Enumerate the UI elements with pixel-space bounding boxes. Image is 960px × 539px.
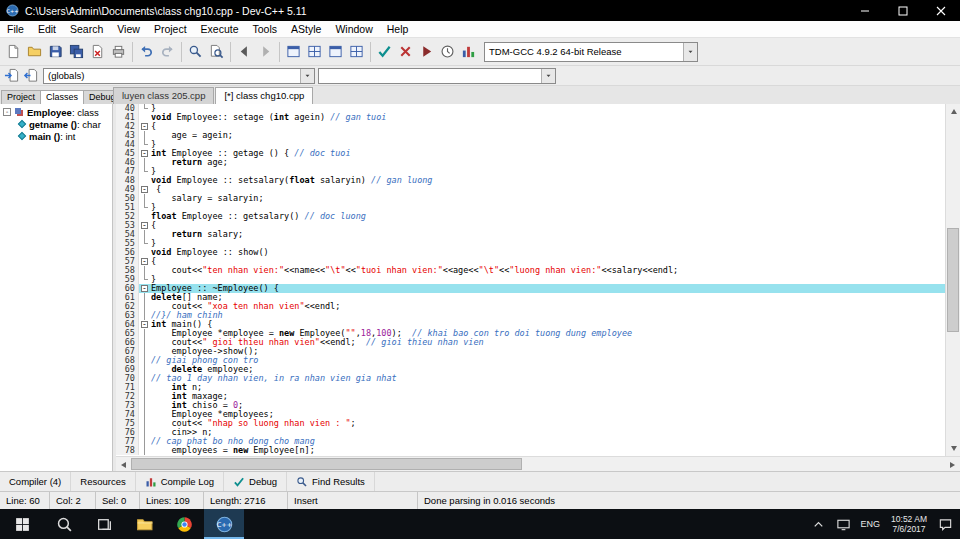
code-line-56[interactable]: 56void Employee :: show(): [116, 248, 945, 257]
compiler-profile-select[interactable]: TDM-GCC 4.9.2 64-bit Release: [484, 42, 698, 62]
code-line-42[interactable]: 42-{: [116, 122, 945, 131]
file-explorer-button[interactable]: [124, 509, 164, 539]
new-file-button[interactable]: [3, 41, 24, 63]
vertical-scrollbar[interactable]: [945, 104, 960, 456]
code-line-74[interactable]: 74 Employee *employees;: [116, 410, 945, 419]
new-project-button[interactable]: [283, 41, 304, 63]
profiling-results-button[interactable]: [458, 41, 479, 63]
scroll-right-arrow[interactable]: [945, 457, 960, 472]
fold-collapse-icon[interactable]: -: [141, 123, 148, 130]
code-line-65[interactable]: 65 Employee *employee = new Employee("",…: [116, 329, 945, 338]
code-line-77[interactable]: 77// cap phat bo nho dong cho mang: [116, 437, 945, 446]
bottom-tab-compiler[interactable]: Compiler (4): [0, 472, 71, 491]
code-line-41[interactable]: 41void Employee:: setage (int agein) // …: [116, 113, 945, 122]
code-line-57[interactable]: 57-{: [116, 257, 945, 266]
code-line-44[interactable]: 44}: [116, 140, 945, 149]
profile-button[interactable]: [437, 41, 458, 63]
bottom-tab-compile-log[interactable]: Compile Log: [136, 472, 224, 491]
menu-help[interactable]: Help: [380, 21, 416, 37]
notification-center-icon[interactable]: [938, 517, 953, 532]
tree-item[interactable]: -Employee : class: [0, 106, 112, 118]
scroll-left-arrow[interactable]: [116, 457, 131, 472]
code-line-54[interactable]: 54 return salary;: [116, 230, 945, 239]
code-line-62[interactable]: 62 cout<< "xoa ten nhan vien"<<endl;: [116, 302, 945, 311]
task-view-button[interactable]: [84, 509, 124, 539]
code-line-43[interactable]: 43 age = agein;: [116, 131, 945, 140]
code-line-51[interactable]: 51}: [116, 203, 945, 212]
code-line-55[interactable]: 55}: [116, 239, 945, 248]
menu-file[interactable]: File: [0, 21, 31, 37]
hscroll-thumb[interactable]: [131, 458, 522, 470]
close-file-button[interactable]: [87, 41, 108, 63]
code-line-46[interactable]: 46 return age;: [116, 158, 945, 167]
code-line-40[interactable]: 40}: [116, 104, 945, 113]
globals-select[interactable]: (globals): [43, 68, 315, 84]
run-button[interactable]: [416, 41, 437, 63]
code-line-73[interactable]: 73 int chiso = 0;: [116, 401, 945, 410]
scroll-up-arrow[interactable]: [946, 104, 960, 119]
class-browser[interactable]: -Employee : classgetname () : charmain (…: [0, 104, 113, 471]
project-options-button[interactable]: [325, 41, 346, 63]
chrome-button[interactable]: [164, 509, 204, 539]
editor-tab-0[interactable]: luyen class 205.cpp: [113, 87, 214, 104]
bottom-tab-find-results[interactable]: Find Results: [287, 472, 375, 491]
menu-edit[interactable]: Edit: [31, 21, 63, 37]
goto-forward-button[interactable]: [255, 41, 276, 63]
code-line-49[interactable]: 49- {: [116, 185, 945, 194]
save-button[interactable]: [45, 41, 66, 63]
code-editor[interactable]: 40}41void Employee:: setage (int agein) …: [116, 104, 945, 456]
code-line-76[interactable]: 76 cin>> n;: [116, 428, 945, 437]
menu-view[interactable]: View: [110, 21, 147, 37]
maximize-button[interactable]: [884, 0, 922, 21]
code-line-71[interactable]: 71 int n;: [116, 383, 945, 392]
fold-collapse-icon[interactable]: -: [141, 258, 148, 265]
code-line-61[interactable]: 61delete[] name;: [116, 293, 945, 302]
print-button[interactable]: [108, 41, 129, 63]
add-to-project-button[interactable]: [2, 67, 21, 85]
members-select[interactable]: [318, 68, 556, 84]
horizontal-scrollbar[interactable]: [116, 456, 960, 471]
code-line-66[interactable]: 66 cout<<" gioi thieu nhan vien"<<endl; …: [116, 338, 945, 347]
start-button[interactable]: [0, 509, 44, 539]
tree-item[interactable]: getname () : char: [0, 118, 112, 130]
code-line-52[interactable]: 52float Employee :: getsalary() // doc l…: [116, 212, 945, 221]
code-line-45[interactable]: 45-int Employee :: getage () { // doc tu…: [116, 149, 945, 158]
editor-tab-1[interactable]: [*] class chg10.cpp: [215, 87, 313, 104]
tree-item[interactable]: main () : int: [0, 130, 112, 142]
code-line-67[interactable]: 67 employee->show();: [116, 347, 945, 356]
title-bar[interactable]: C++ C:\Users\Admin\Documents\class chg10…: [0, 0, 960, 21]
redo-button[interactable]: [157, 41, 178, 63]
fold-collapse-icon[interactable]: -: [141, 186, 148, 193]
fold-collapse-icon[interactable]: -: [141, 150, 148, 157]
code-line-59[interactable]: 59}: [116, 275, 945, 284]
code-line-63[interactable]: 63//}/ ham chinh: [116, 311, 945, 320]
fold-collapse-icon[interactable]: -: [141, 321, 148, 328]
fold-collapse-icon[interactable]: -: [141, 285, 148, 292]
code-line-78[interactable]: 78 employees = new Employee[n];: [116, 446, 945, 455]
close-button[interactable]: [922, 0, 960, 21]
window-layout-button[interactable]: [346, 41, 367, 63]
menu-project[interactable]: Project: [147, 21, 194, 37]
code-line-75[interactable]: 75 cout<< "nhap so luong nhan vien : ";: [116, 419, 945, 428]
bottom-tab-resources[interactable]: Resources: [71, 472, 135, 491]
code-line-58[interactable]: 58 cout<<"ten nhan vien:"<<name<<"\t"<<"…: [116, 266, 945, 275]
compile-button[interactable]: [374, 41, 395, 63]
code-line-64[interactable]: 64-int main() {: [116, 320, 945, 329]
minimize-button[interactable]: [846, 0, 884, 21]
find-in-files-button[interactable]: [206, 41, 227, 63]
code-line-50[interactable]: 50 salary = salaryin;: [116, 194, 945, 203]
taskbar-search-button[interactable]: [44, 509, 84, 539]
open-project-button[interactable]: [304, 41, 325, 63]
devcpp-taskbar-button[interactable]: C++: [204, 509, 244, 539]
code-line-70[interactable]: 70// tao 1 day nhan vien, in ra nhan vie…: [116, 374, 945, 383]
stop-execution-button[interactable]: [395, 41, 416, 63]
menu-astyle[interactable]: AStyle: [284, 21, 328, 37]
bottom-tab-debug[interactable]: Debug: [224, 472, 287, 491]
code-line-72[interactable]: 72 int maxage;: [116, 392, 945, 401]
tray-monitor-icon[interactable]: [836, 517, 851, 532]
menu-tools[interactable]: Tools: [246, 21, 285, 37]
language-indicator[interactable]: ENG: [861, 519, 881, 529]
fold-collapse-icon[interactable]: -: [141, 222, 148, 229]
code-line-53[interactable]: 53-{: [116, 221, 945, 230]
tab-classes[interactable]: Classes: [40, 90, 84, 104]
